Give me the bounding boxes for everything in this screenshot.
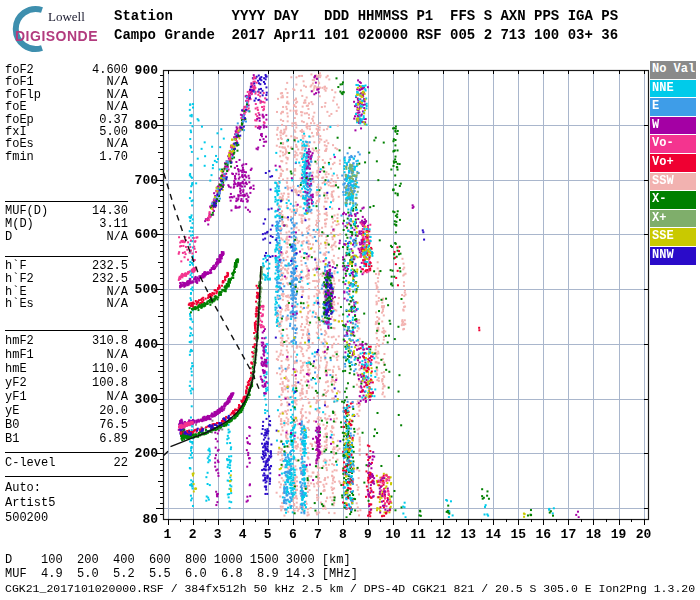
station-header: Station YYYY DAY DDD HHMMSS P1 FFS S AXN… [114,7,618,45]
parameter-value: N/A [106,76,128,88]
parameter-label: yF2 [5,376,27,390]
parameter-label: D [5,231,12,244]
parameter-value: N/A [106,390,128,404]
status-line: CGK21_2017101020000.RSF / 384fx512h 50 k… [5,582,695,596]
parameter-row: fmin1.70 [5,151,128,163]
parameter-value: 14.30 [92,205,128,218]
legend-item-w: W [650,117,696,135]
muf-row: MUF 4.9 5.0 5.2 5.5 6.0 6.8 8.9 14.3 [MH… [5,568,695,582]
parameter-value: 310.8 [92,334,128,348]
parameter-label: C-level [5,456,55,470]
parameter-row: h`F232.5 [5,260,128,273]
parameter-row: yF2100.8 [5,376,128,390]
parameter-group: C-level22 [5,452,128,470]
parameter-label: hmF2 [5,334,34,348]
legend-item-sse: SSE [650,228,696,246]
velocity-color-legend: No ValNNEEWVo-Vo+SSWX-X+SSENNW [650,61,696,266]
parameter-label: foE [5,101,27,113]
header-values-line: Campo Grande 2017 Apr11 101 020000 RSF 0… [114,26,618,45]
parameter-value: N/A [106,138,128,150]
parameter-group: Auto:Artist5500200 [5,476,128,526]
parameter-label: yF1 [5,390,27,404]
parameter-label: B0 [5,418,19,432]
parameter-label: yE [5,404,19,418]
parameter-row: foF1N/A [5,76,128,88]
parameter-value: N/A [106,348,128,362]
parameter-label: hmF1 [5,348,34,362]
parameter-row: Artist5 [5,496,128,511]
legend-item-x-: X- [650,191,696,209]
parameter-label: h`F [5,260,27,273]
parameter-row: yE20.0 [5,404,128,418]
legend-item-ssw: SSW [650,173,696,191]
parameter-row: foEsN/A [5,138,128,150]
parameter-label: MUF(D) [5,205,48,218]
parameter-label: B1 [5,432,19,446]
parameter-row: M(D)3.11 [5,218,128,231]
parameter-value: 22 [114,456,128,470]
parameter-value: 232.5 [92,273,128,286]
parameter-row: DN/A [5,231,128,244]
legend-item-noval: No Val [650,61,696,79]
legend-item-vo+: Vo+ [650,154,696,172]
logo-lowell-text: Lowell [48,9,85,25]
parameter-value: 1.70 [99,151,128,163]
parameter-group: foF24.600foF1N/AfoFlpN/AfoEN/AfoEp0.37fx… [5,64,128,163]
parameter-label: h`Es [5,298,34,311]
parameter-group: h`F232.5h`F2232.5h`EN/Ah`EsN/A [5,256,128,311]
parameter-row: h`EsN/A [5,298,128,311]
parameter-label: Auto: [5,481,41,496]
footer: D 100 200 400 600 800 1000 1500 3000 [km… [5,554,695,596]
parameter-value: N/A [106,101,128,113]
digisonde-logo: Lowell DIGISONDE [6,3,116,57]
legend-item-x+: X+ [650,210,696,228]
parameter-row: yF1N/A [5,390,128,404]
parameter-row: C-level22 [5,456,128,470]
legend-item-nnw: NNW [650,247,696,265]
parameter-value: 100.8 [92,376,128,390]
legend-item-nne: NNE [650,80,696,98]
logo-digisonde-text: DIGISONDE [15,28,98,44]
parameter-value: 3.11 [99,218,128,231]
parameter-label: hmE [5,362,27,376]
parameter-row: MUF(D)14.30 [5,205,128,218]
parameter-label: h`F2 [5,273,34,286]
header-fields-line: Station YYYY DAY DDD HHMMSS P1 FFS S AXN… [114,7,618,26]
parameter-row: hmF2310.8 [5,334,128,348]
parameter-row: h`F2232.5 [5,273,128,286]
parameter-group: MUF(D)14.30M(D)3.11DN/A [5,201,128,243]
parameter-value: N/A [106,231,128,244]
parameter-value: N/A [106,298,128,311]
legend-item-e: E [650,98,696,116]
parameter-value: 110.0 [92,362,128,376]
parameter-row: B16.89 [5,432,128,446]
parameter-label: foF1 [5,76,34,88]
parameter-row: Auto: [5,481,128,496]
parameter-row: B076.5 [5,418,128,432]
parameter-label: M(D) [5,218,34,231]
parameter-row: foEN/A [5,101,128,113]
parameter-label: Artist5 [5,496,55,511]
distance-row: D 100 200 400 600 800 1000 1500 3000 [km… [5,554,695,568]
parameter-group: hmF2310.8hmF1N/AhmE110.0yF2100.8yF1N/AyE… [5,330,128,446]
parameter-value: 6.89 [99,432,128,446]
parameter-value: 232.5 [92,260,128,273]
parameter-value: 76.5 [99,418,128,432]
parameter-value: 20.0 [99,404,128,418]
parameter-row: hmF1N/A [5,348,128,362]
legend-item-vo-: Vo- [650,135,696,153]
parameter-row: hmE110.0 [5,362,128,376]
parameter-label: 500200 [5,511,48,526]
parameter-label: foEs [5,138,34,150]
parameter-label: fmin [5,151,34,163]
parameter-row: 500200 [5,511,128,526]
